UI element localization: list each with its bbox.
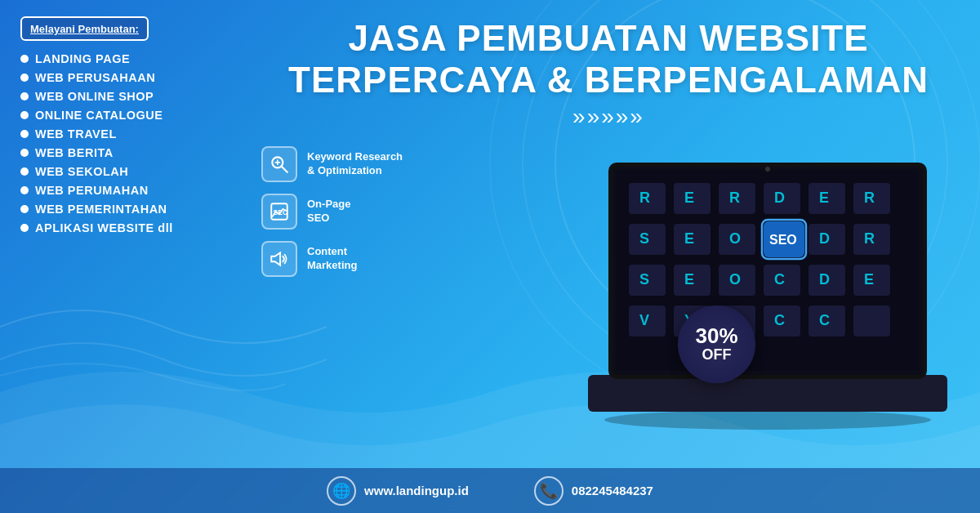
content-text: ContentMarketing	[307, 245, 357, 273]
footer-bar: 🌐 www.landingup.id 📞 082245484237	[0, 468, 980, 513]
svg-text:C: C	[774, 271, 785, 288]
menu-item-label: WEB ONLINE SHOP	[35, 90, 154, 103]
svg-text:E: E	[684, 190, 694, 206]
melayani-label: Melayani Pembuatan:	[30, 23, 139, 35]
discount-badge: 30% OFF	[678, 306, 755, 383]
bullet-dot	[20, 74, 29, 82]
onpage-text: On-PageSEO	[307, 198, 350, 225]
website-url: www.landingup.id	[364, 484, 469, 497]
menu-item-aplikasi-website: APLIKASI WEBSITE dll	[20, 221, 229, 234]
right-section: JASA PEMBUATAN WEBSITE TERPERCAYA & BERP…	[245, 0, 980, 513]
svg-text:C: C	[819, 312, 830, 328]
bullet-dot	[20, 186, 29, 194]
svg-rect-40	[853, 306, 890, 337]
svg-text:D: D	[819, 271, 830, 288]
bullet-dot	[20, 92, 29, 100]
menu-item-landing-page: LANDING PAGE	[20, 52, 229, 65]
seo-chart-icon: SEO	[269, 201, 290, 222]
menu-item-web-pemerintahan: WEB PEMERINTAHAN	[20, 203, 229, 216]
svg-text:R: R	[729, 190, 740, 206]
menu-item-label: WEB PERUSAHAAN	[35, 71, 155, 84]
keyword-icon-box	[261, 146, 297, 182]
menu-item-label: WEB SEKOLAH	[35, 165, 128, 178]
svg-point-9	[604, 410, 931, 430]
svg-text:S: S	[639, 230, 649, 247]
menu-item-label: WEB PEMERINTAHAN	[35, 203, 167, 216]
menu-item-web-perusahaan: WEB PERUSAHAAN	[20, 71, 229, 84]
menu-item-label: APLIKASI WEBSITE dll	[35, 221, 173, 234]
svg-text:E: E	[684, 230, 694, 247]
phone-icon: 📞	[534, 476, 564, 506]
menu-item-label: ONLINE CATALOGUE	[35, 109, 163, 122]
menu-item-web-perumahan: WEB PERUMAHAN	[20, 184, 229, 197]
svg-text:E: E	[684, 271, 694, 288]
headline-title: JASA PEMBUATAN WEBSITE TERPERCAYA & BERP…	[253, 18, 964, 100]
left-panel: Melayani Pembuatan: LANDING PAGEWEB PERU…	[0, 0, 245, 513]
services-list: LANDING PAGEWEB PERUSAHAANWEB ONLINE SHO…	[20, 52, 229, 234]
laptop-illustration: SEO	[564, 122, 972, 432]
seo-item-content: ContentMarketing	[261, 241, 416, 277]
svg-text:R: R	[864, 230, 875, 247]
bullet-dot	[20, 224, 29, 232]
menu-item-web-berita: WEB BERITA	[20, 146, 229, 159]
middle-area: Keyword Research& Optimization SEO On-Pa…	[245, 130, 980, 513]
menu-item-label: WEB BERITA	[35, 146, 114, 159]
discount-off: OFF	[702, 346, 732, 364]
svg-text:E: E	[819, 190, 829, 206]
laptop-area: SEO	[564, 122, 972, 432]
svg-text:R: R	[864, 190, 875, 206]
menu-item-web-online-shop: WEB ONLINE SHOP	[20, 90, 229, 103]
headline-line2: TERPERCAYA & BERPENGALAMAN	[253, 60, 964, 101]
svg-text:E: E	[864, 271, 874, 288]
menu-item-web-sekolah: WEB SEKOLAH	[20, 165, 229, 178]
svg-text:O: O	[729, 271, 741, 288]
menu-item-label: LANDING PAGE	[35, 52, 130, 65]
svg-text:SEO: SEO	[769, 233, 797, 247]
svg-text:O: O	[729, 230, 741, 247]
menu-item-web-travel: WEB TRAVEL	[20, 127, 229, 141]
search-magnify-icon	[269, 154, 290, 175]
bullet-dot	[20, 167, 29, 176]
svg-text:D: D	[819, 230, 830, 247]
melayani-header: Melayani Pembuatan:	[20, 16, 149, 41]
seo-item-onpage: SEO On-PageSEO	[261, 194, 416, 230]
bullet-dot	[20, 149, 29, 157]
menu-item-label: WEB TRAVEL	[35, 127, 117, 141]
svg-text:C: C	[774, 312, 785, 328]
svg-point-63	[765, 167, 770, 172]
megaphone-icon	[269, 248, 290, 270]
onpage-icon-box: SEO	[261, 194, 297, 230]
bullet-dot	[20, 205, 29, 213]
keyword-text: Keyword Research& Optimization	[307, 150, 403, 178]
svg-text:V: V	[639, 312, 649, 328]
discount-percent: 30%	[695, 325, 737, 346]
menu-item-online-catalogue: ONLINE CATALOGUE	[20, 109, 229, 122]
seo-features: Keyword Research& Optimization SEO On-Pa…	[253, 138, 416, 277]
svg-text:S: S	[639, 271, 649, 288]
phone-item: 📞 082245484237	[534, 476, 653, 506]
headline-area: JASA PEMBUATAN WEBSITE TERPERCAYA & BERP…	[245, 0, 980, 130]
page-container: Melayani Pembuatan: LANDING PAGEWEB PERU…	[0, 0, 980, 513]
svg-rect-10	[588, 375, 947, 412]
svg-text:R: R	[639, 190, 650, 206]
content-icon-box	[261, 241, 297, 277]
bullet-dot	[20, 111, 29, 119]
bullet-dot	[20, 55, 29, 63]
svg-text:D: D	[774, 190, 785, 206]
menu-item-label: WEB PERUMAHAN	[35, 184, 149, 197]
svg-line-4	[282, 167, 287, 172]
bullet-dot	[20, 130, 29, 138]
website-item: 🌐 www.landingup.id	[327, 476, 469, 506]
seo-item-keyword: Keyword Research& Optimization	[261, 146, 416, 182]
phone-number: 082245484237	[572, 484, 653, 497]
headline-line1: JASA PEMBUATAN WEBSITE	[253, 18, 964, 60]
globe-icon: 🌐	[327, 476, 356, 506]
